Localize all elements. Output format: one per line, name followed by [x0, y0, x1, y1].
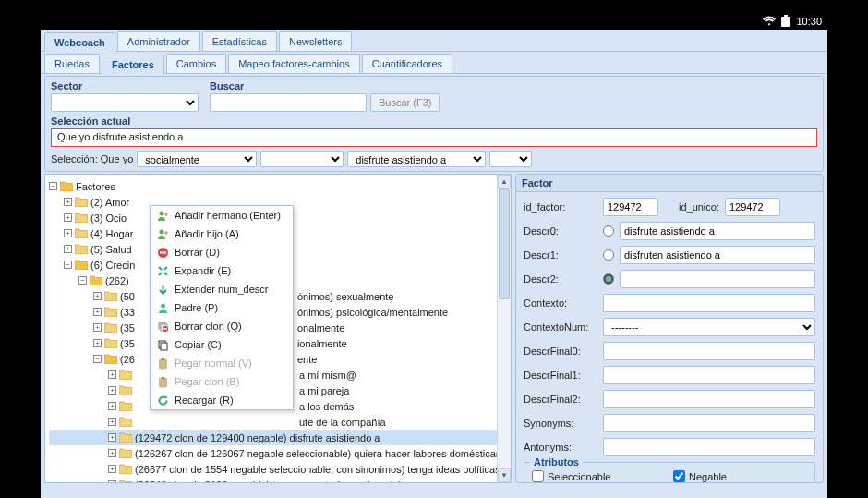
delete-icon — [156, 246, 169, 259]
antonyms-input[interactable] — [603, 438, 815, 456]
tab-cambios[interactable]: Cambios — [166, 54, 226, 73]
sector-select[interactable] — [51, 93, 199, 112]
tree-toggle-icon[interactable] — [108, 418, 116, 426]
tree-row[interactable]: (26677 clon de 1554 negable seleccionabl… — [49, 461, 511, 477]
tree-label-tail: onalmente — [297, 322, 344, 334]
descr1-input[interactable] — [620, 246, 815, 264]
seleccion-actual-box: Que yo disfrute asistiendo a — [51, 128, 817, 147]
tree-label: Factores — [76, 181, 115, 192]
tree-label: (126267 clon de 126067 negable seleccion… — [135, 448, 500, 459]
tree-row[interactable]: (129472 clon de 129400 negable) disfrute… — [49, 430, 511, 445]
svg-rect-5 — [160, 251, 166, 253]
tree-toggle-icon[interactable] — [78, 276, 87, 285]
folder-icon — [119, 370, 132, 380]
folder-icon — [119, 448, 132, 458]
negable-input[interactable] — [673, 470, 685, 482]
tree-row[interactable]: (126267 clon de 126067 negable seleccion… — [49, 445, 511, 461]
tree-row[interactable]: Factores — [49, 178, 511, 194]
tree-toggle-icon[interactable] — [108, 386, 116, 395]
menu-item[interactable]: Copiar (C) — [151, 335, 293, 354]
seleccion-line: Selección: Que yo socialmente disfrute a… — [51, 151, 817, 167]
buscar-input[interactable] — [210, 93, 367, 112]
menu-item[interactable]: Padre (P) — [151, 298, 293, 317]
scroll-thumb[interactable] — [499, 188, 510, 299]
paste-icon — [156, 357, 169, 370]
tree-scrollbar[interactable]: ▲ ▼ — [497, 175, 511, 482]
tab-ruedas[interactable]: Ruedas — [44, 54, 100, 73]
tree-row[interactable]: ute de la compañía — [49, 414, 511, 430]
wifi-icon — [763, 16, 776, 28]
descr2-radio[interactable] — [603, 273, 614, 285]
buscar-button[interactable]: Buscar (F3) — [370, 93, 440, 112]
tab-administrador[interactable]: Administrador — [117, 31, 200, 51]
menu-item[interactable]: Extender num_descr — [151, 280, 293, 298]
tree-toggle-icon[interactable] — [49, 182, 57, 190]
scroll-up-icon[interactable]: ▲ — [498, 175, 511, 188]
tree-label: (3) Ocio — [90, 213, 127, 224]
tree-row[interactable]: (26548 clon de 2103 negable) tenga un es… — [49, 477, 511, 483]
tab-webcoach[interactable]: Webcoach — [44, 32, 115, 52]
seleccion-sel4[interactable] — [489, 151, 532, 167]
tree-label-tail: a mi pareja — [299, 385, 349, 396]
copy-icon — [156, 338, 169, 351]
tree-label: (35 — [120, 338, 135, 349]
id-factor-label: id_factor: — [524, 201, 597, 213]
descr0-input[interactable] — [620, 222, 815, 240]
tree-toggle-icon[interactable] — [108, 402, 116, 410]
tab-factores[interactable]: Factores — [102, 55, 164, 74]
tree-toggle-icon[interactable] — [64, 198, 72, 206]
tree-toggle-icon[interactable] — [93, 292, 102, 300]
seleccionable-checkbox[interactable]: Seleccionable — [532, 470, 666, 482]
factor-panel: Factor id_factor: id_unico: Descr0: — [515, 174, 824, 483]
tree-toggle-icon[interactable] — [64, 229, 72, 237]
tree-toggle-icon[interactable] — [108, 465, 116, 473]
id-factor-input[interactable] — [603, 198, 658, 216]
svg-rect-1 — [781, 17, 790, 27]
menu-item[interactable]: Añadir hijo (A) — [151, 225, 293, 243]
menu-item[interactable]: Añadir hermano (Enter) — [151, 206, 293, 225]
tab-cuantificadores[interactable]: Cuantificadores — [362, 54, 452, 73]
descrfinal2-input[interactable] — [603, 390, 815, 408]
seleccion-sel1[interactable]: socialmente — [137, 151, 257, 167]
contexto-input[interactable] — [603, 294, 815, 312]
menu-item[interactable]: Expandir (E) — [151, 261, 293, 280]
synonyms-input[interactable] — [603, 414, 815, 432]
menu-item[interactable]: Recargar (R) — [151, 391, 293, 409]
descr2-input[interactable] — [620, 270, 815, 288]
tree-label-tail: ónimos) sexualmente — [297, 291, 394, 302]
scroll-down-icon[interactable]: ▼ — [498, 468, 511, 482]
menu-item[interactable]: Borrar (D) — [151, 243, 293, 261]
tree-toggle-icon[interactable] — [93, 308, 102, 316]
tree-toggle-icon[interactable] — [93, 339, 102, 347]
seleccion-sel2[interactable] — [260, 151, 344, 167]
tree-toggle-icon[interactable] — [108, 449, 116, 457]
tree-toggle-icon[interactable] — [64, 261, 72, 269]
tab-mapeo[interactable]: Mapeo factores-cambios — [228, 54, 359, 73]
tab-newsletters[interactable]: Newsletters — [279, 31, 352, 51]
id-unico-input[interactable] — [725, 198, 780, 216]
menu-item[interactable]: Borrar clon (Q) — [151, 317, 293, 335]
antonyms-label: Antonyms: — [524, 442, 597, 453]
contexto-label: Contexto: — [524, 298, 597, 309]
descr1-radio[interactable] — [603, 249, 614, 261]
descr0-radio[interactable] — [603, 225, 614, 237]
tab-estadisticas[interactable]: Estadísticas — [202, 31, 277, 51]
descrfinal0-input[interactable] — [603, 342, 815, 360]
tabs-top: Webcoach Administrador Estadísticas News… — [41, 30, 827, 52]
svg-rect-16 — [162, 377, 164, 379]
tree-toggle-icon[interactable] — [64, 213, 72, 222]
tree-toggle-icon[interactable] — [93, 355, 102, 363]
tree-toggle-icon[interactable] — [108, 370, 116, 379]
negable-checkbox[interactable]: Negable — [673, 470, 807, 482]
tree-toggle-icon[interactable] — [108, 480, 116, 483]
tree-label-tail: a mí mism@ — [299, 370, 356, 381]
tree-toggle-icon[interactable] — [93, 323, 102, 332]
seleccionable-input[interactable] — [532, 470, 544, 482]
tree-toggle-icon[interactable] — [64, 245, 72, 253]
contextonum-select[interactable]: -------- — [603, 318, 815, 336]
seleccion-sel3[interactable]: disfrute asistiendo a — [347, 151, 486, 167]
tree-toggle-icon[interactable] — [108, 433, 116, 442]
descrfinal1-input[interactable] — [603, 366, 815, 384]
tabs-sub: Ruedas Factores Cambios Mapeo factores-c… — [41, 52, 827, 74]
svg-rect-10 — [163, 328, 167, 329]
